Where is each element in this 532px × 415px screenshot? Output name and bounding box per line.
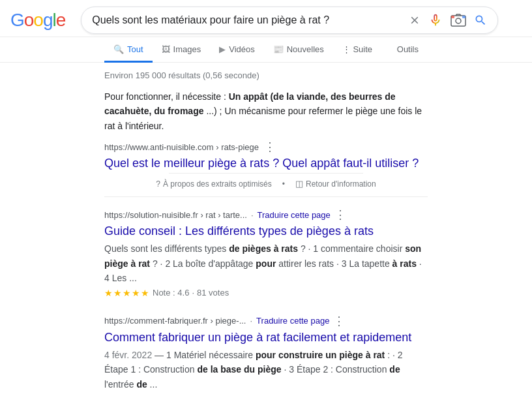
question-icon: ? [156,179,160,189]
result-1-rating: Note : 4.6 [153,288,189,298]
main-content: Environ 195 000 résultats (0,56 seconde)… [0,63,532,415]
videos-tab-icon: ▶ [219,44,226,54]
tab-nouvelles-label: Nouvelles [287,44,324,54]
nav-tabs: 🔍 Tout 🖼 Images ▶ Vidéos 📰 Nouvelles ⋮ S… [0,37,532,63]
tab-suite-label: ⋮ Suite [342,44,372,54]
result-1-separator: · [251,210,254,220]
result-1-translate[interactable]: Traduire cette page [258,210,331,220]
result-1-stars: ★★★★★ [104,288,150,298]
result-2-url-text: https://comment-fabriquer.fr › piege-... [104,316,246,326]
meta-bullet: • [282,179,285,189]
result-2-date: 4 févr. 2022 [104,350,152,360]
snippet-title[interactable]: Quel est le meilleur piège à rats ? Quel… [104,157,419,170]
tools-button[interactable]: Outils [388,38,428,63]
camera-icon [451,12,466,28]
about-snippets-link[interactable]: ? À propos des extraits optimisés [156,179,271,189]
result-1-votes: 81 votes [197,288,229,298]
google-logo[interactable]: Google [10,10,65,31]
search-icon [474,14,487,27]
nouvelles-tab-icon: 📰 [273,44,284,54]
microphone-button[interactable] [428,13,443,27]
result-2-more-icon[interactable]: ⋮ [333,314,345,328]
snippet-more-icon[interactable]: ⋮ [264,140,276,154]
return-info-link[interactable]: ◫ Retour d'information [295,179,376,189]
svg-point-1 [456,18,461,23]
snippet-text-before: Pour fonctionner, il nécessite : [104,91,229,102]
snippet-text: Pour fonctionner, il nécessite : Un appâ… [104,89,428,133]
result-2-separator: · [250,316,252,326]
snippet-meta: ? À propos des extraits optimisés • ◫ Re… [104,179,428,189]
search-input[interactable]: Quels sont les matériaux pour faire un p… [92,14,402,26]
camera-button[interactable] [451,12,466,28]
result-item-1: https://solution-nuisible.fr › rat › tar… [104,208,428,298]
result-2-url: https://comment-fabriquer.fr › piege-...… [104,314,428,328]
result-1-votes-sep: · [192,288,194,298]
tab-images[interactable]: 🖼 Images [153,38,211,63]
tab-images-label: Images [173,44,201,54]
snippet-divider [169,173,363,174]
header: Google Quels sont les matériaux pour fai… [0,0,532,37]
snippet-source-url: https://www.anti-nuisible.com › rats-pie… [104,140,428,154]
tab-suite[interactable]: ⋮ Suite [333,38,381,63]
tab-videos[interactable]: ▶ Vidéos [210,38,264,63]
feedback-icon: ◫ [295,179,303,189]
result-2-translate[interactable]: Traduire cette page [256,316,329,326]
result-1-title[interactable]: Guide conseil : Les différents types de … [104,224,374,238]
search-button[interactable] [474,14,487,27]
result-2-snippet: 4 févr. 2022 — 1 Matériel nécessaire pou… [104,348,428,392]
tab-videos-label: Vidéos [229,44,255,54]
svg-rect-2 [451,16,454,18]
svg-rect-3 [462,16,466,18]
result-2-title[interactable]: Comment fabriquer un piège à rat facilem… [104,331,411,344]
return-info-label: Retour d'information [306,179,376,189]
snippet-url-text: https://www.anti-nuisible.com › rats-pie… [104,142,259,152]
result-1-snippet: Quels sont les différents types de piège… [104,241,428,285]
search-icons [409,12,487,28]
images-tab-icon: 🖼 [162,44,170,54]
search-bar: Quels sont les matériaux pour faire un p… [81,7,498,34]
tab-tout[interactable]: 🔍 Tout [104,38,153,63]
clear-button[interactable] [409,14,421,26]
results-count: Environ 195 000 résultats (0,56 seconde) [104,70,428,80]
featured-snippet: Pour fonctionner, il nécessite : Un appâ… [104,89,428,197]
result-1-more-icon[interactable]: ⋮ [334,208,346,222]
about-snippets-label: À propos des extraits optimisés [163,179,272,189]
result-1-url: https://solution-nuisible.fr › rat › tar… [104,208,428,222]
close-icon [409,14,421,26]
microphone-icon [428,13,443,27]
tab-tout-label: Tout [127,44,143,54]
result-1-snippet-text: Quels sont les différents types de piège… [104,243,422,283]
result-1-url-text: https://solution-nuisible.fr › rat › tar… [104,210,247,220]
result-1-stars-row: ★★★★★ Note : 4.6 · 81 votes [104,288,428,298]
tab-nouvelles[interactable]: 📰 Nouvelles [264,38,333,63]
result-item-2: https://comment-fabriquer.fr › piege-...… [104,314,428,392]
tout-tab-icon: 🔍 [113,44,124,54]
